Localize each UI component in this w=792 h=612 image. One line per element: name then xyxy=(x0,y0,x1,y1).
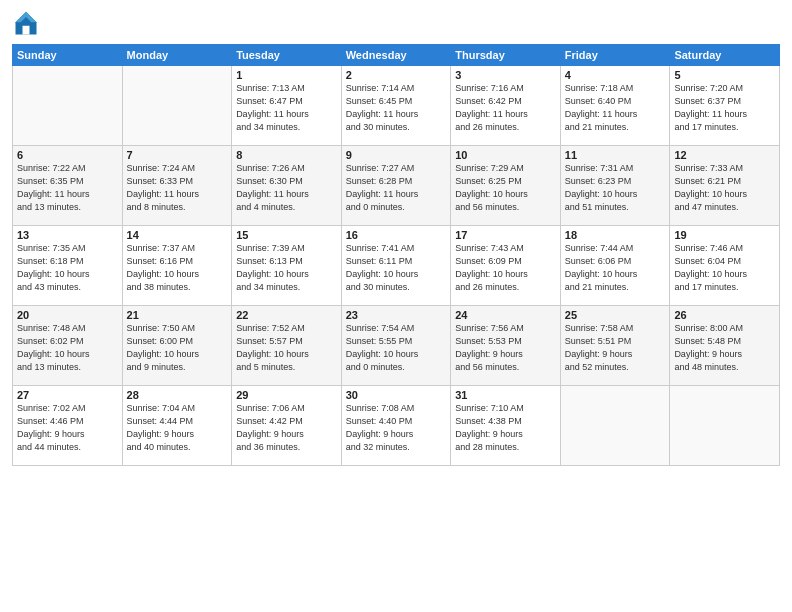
day-number: 4 xyxy=(565,69,666,81)
day-cell: 21Sunrise: 7:50 AM Sunset: 6:00 PM Dayli… xyxy=(122,306,232,386)
day-info: Sunrise: 7:58 AM Sunset: 5:51 PM Dayligh… xyxy=(565,322,666,374)
day-cell: 2Sunrise: 7:14 AM Sunset: 6:45 PM Daylig… xyxy=(341,66,451,146)
day-info: Sunrise: 7:56 AM Sunset: 5:53 PM Dayligh… xyxy=(455,322,556,374)
day-number: 7 xyxy=(127,149,228,161)
day-number: 10 xyxy=(455,149,556,161)
day-info: Sunrise: 7:52 AM Sunset: 5:57 PM Dayligh… xyxy=(236,322,337,374)
day-number: 5 xyxy=(674,69,775,81)
page-container: SundayMondayTuesdayWednesdayThursdayFrid… xyxy=(0,0,792,474)
day-cell: 14Sunrise: 7:37 AM Sunset: 6:16 PM Dayli… xyxy=(122,226,232,306)
day-cell xyxy=(670,386,780,466)
day-number: 11 xyxy=(565,149,666,161)
day-number: 22 xyxy=(236,309,337,321)
day-info: Sunrise: 7:02 AM Sunset: 4:46 PM Dayligh… xyxy=(17,402,118,454)
day-number: 2 xyxy=(346,69,447,81)
day-number: 14 xyxy=(127,229,228,241)
day-cell: 24Sunrise: 7:56 AM Sunset: 5:53 PM Dayli… xyxy=(451,306,561,386)
logo xyxy=(12,10,44,38)
day-info: Sunrise: 7:13 AM Sunset: 6:47 PM Dayligh… xyxy=(236,82,337,134)
day-info: Sunrise: 7:46 AM Sunset: 6:04 PM Dayligh… xyxy=(674,242,775,294)
header xyxy=(12,10,780,38)
day-cell xyxy=(122,66,232,146)
day-cell: 13Sunrise: 7:35 AM Sunset: 6:18 PM Dayli… xyxy=(13,226,123,306)
day-cell: 10Sunrise: 7:29 AM Sunset: 6:25 PM Dayli… xyxy=(451,146,561,226)
day-cell: 9Sunrise: 7:27 AM Sunset: 6:28 PM Daylig… xyxy=(341,146,451,226)
day-cell: 29Sunrise: 7:06 AM Sunset: 4:42 PM Dayli… xyxy=(232,386,342,466)
day-cell xyxy=(560,386,670,466)
week-row-3: 13Sunrise: 7:35 AM Sunset: 6:18 PM Dayli… xyxy=(13,226,780,306)
day-number: 15 xyxy=(236,229,337,241)
header-cell-saturday: Saturday xyxy=(670,45,780,66)
day-number: 23 xyxy=(346,309,447,321)
day-info: Sunrise: 7:22 AM Sunset: 6:35 PM Dayligh… xyxy=(17,162,118,214)
day-info: Sunrise: 7:54 AM Sunset: 5:55 PM Dayligh… xyxy=(346,322,447,374)
day-info: Sunrise: 7:29 AM Sunset: 6:25 PM Dayligh… xyxy=(455,162,556,214)
day-number: 21 xyxy=(127,309,228,321)
day-info: Sunrise: 7:50 AM Sunset: 6:00 PM Dayligh… xyxy=(127,322,228,374)
day-info: Sunrise: 7:27 AM Sunset: 6:28 PM Dayligh… xyxy=(346,162,447,214)
day-number: 6 xyxy=(17,149,118,161)
week-row-5: 27Sunrise: 7:02 AM Sunset: 4:46 PM Dayli… xyxy=(13,386,780,466)
day-cell: 7Sunrise: 7:24 AM Sunset: 6:33 PM Daylig… xyxy=(122,146,232,226)
header-cell-sunday: Sunday xyxy=(13,45,123,66)
day-info: Sunrise: 7:41 AM Sunset: 6:11 PM Dayligh… xyxy=(346,242,447,294)
day-info: Sunrise: 7:14 AM Sunset: 6:45 PM Dayligh… xyxy=(346,82,447,134)
day-info: Sunrise: 7:31 AM Sunset: 6:23 PM Dayligh… xyxy=(565,162,666,214)
day-info: Sunrise: 7:35 AM Sunset: 6:18 PM Dayligh… xyxy=(17,242,118,294)
day-info: Sunrise: 7:16 AM Sunset: 6:42 PM Dayligh… xyxy=(455,82,556,134)
day-cell: 12Sunrise: 7:33 AM Sunset: 6:21 PM Dayli… xyxy=(670,146,780,226)
day-cell: 1Sunrise: 7:13 AM Sunset: 6:47 PM Daylig… xyxy=(232,66,342,146)
day-cell: 23Sunrise: 7:54 AM Sunset: 5:55 PM Dayli… xyxy=(341,306,451,386)
day-info: Sunrise: 7:39 AM Sunset: 6:13 PM Dayligh… xyxy=(236,242,337,294)
day-cell: 28Sunrise: 7:04 AM Sunset: 4:44 PM Dayli… xyxy=(122,386,232,466)
week-row-2: 6Sunrise: 7:22 AM Sunset: 6:35 PM Daylig… xyxy=(13,146,780,226)
day-cell: 27Sunrise: 7:02 AM Sunset: 4:46 PM Dayli… xyxy=(13,386,123,466)
day-number: 12 xyxy=(674,149,775,161)
day-info: Sunrise: 7:33 AM Sunset: 6:21 PM Dayligh… xyxy=(674,162,775,214)
day-cell: 17Sunrise: 7:43 AM Sunset: 6:09 PM Dayli… xyxy=(451,226,561,306)
day-cell: 5Sunrise: 7:20 AM Sunset: 6:37 PM Daylig… xyxy=(670,66,780,146)
day-number: 1 xyxy=(236,69,337,81)
day-number: 18 xyxy=(565,229,666,241)
day-number: 8 xyxy=(236,149,337,161)
day-cell: 16Sunrise: 7:41 AM Sunset: 6:11 PM Dayli… xyxy=(341,226,451,306)
day-cell: 6Sunrise: 7:22 AM Sunset: 6:35 PM Daylig… xyxy=(13,146,123,226)
day-info: Sunrise: 7:48 AM Sunset: 6:02 PM Dayligh… xyxy=(17,322,118,374)
day-info: Sunrise: 7:08 AM Sunset: 4:40 PM Dayligh… xyxy=(346,402,447,454)
day-cell: 8Sunrise: 7:26 AM Sunset: 6:30 PM Daylig… xyxy=(232,146,342,226)
day-info: Sunrise: 7:04 AM Sunset: 4:44 PM Dayligh… xyxy=(127,402,228,454)
day-number: 19 xyxy=(674,229,775,241)
day-number: 27 xyxy=(17,389,118,401)
day-number: 25 xyxy=(565,309,666,321)
day-cell: 26Sunrise: 8:00 AM Sunset: 5:48 PM Dayli… xyxy=(670,306,780,386)
header-row: SundayMondayTuesdayWednesdayThursdayFrid… xyxy=(13,45,780,66)
day-cell: 19Sunrise: 7:46 AM Sunset: 6:04 PM Dayli… xyxy=(670,226,780,306)
day-number: 28 xyxy=(127,389,228,401)
day-cell: 3Sunrise: 7:16 AM Sunset: 6:42 PM Daylig… xyxy=(451,66,561,146)
calendar-table: SundayMondayTuesdayWednesdayThursdayFrid… xyxy=(12,44,780,466)
day-number: 29 xyxy=(236,389,337,401)
day-cell: 18Sunrise: 7:44 AM Sunset: 6:06 PM Dayli… xyxy=(560,226,670,306)
day-number: 3 xyxy=(455,69,556,81)
week-row-4: 20Sunrise: 7:48 AM Sunset: 6:02 PM Dayli… xyxy=(13,306,780,386)
day-number: 9 xyxy=(346,149,447,161)
day-info: Sunrise: 7:26 AM Sunset: 6:30 PM Dayligh… xyxy=(236,162,337,214)
day-info: Sunrise: 7:06 AM Sunset: 4:42 PM Dayligh… xyxy=(236,402,337,454)
day-info: Sunrise: 7:18 AM Sunset: 6:40 PM Dayligh… xyxy=(565,82,666,134)
day-info: Sunrise: 7:37 AM Sunset: 6:16 PM Dayligh… xyxy=(127,242,228,294)
day-cell: 11Sunrise: 7:31 AM Sunset: 6:23 PM Dayli… xyxy=(560,146,670,226)
day-cell: 4Sunrise: 7:18 AM Sunset: 6:40 PM Daylig… xyxy=(560,66,670,146)
logo-icon xyxy=(12,10,40,38)
day-info: Sunrise: 7:44 AM Sunset: 6:06 PM Dayligh… xyxy=(565,242,666,294)
day-cell: 22Sunrise: 7:52 AM Sunset: 5:57 PM Dayli… xyxy=(232,306,342,386)
day-cell: 20Sunrise: 7:48 AM Sunset: 6:02 PM Dayli… xyxy=(13,306,123,386)
day-cell: 30Sunrise: 7:08 AM Sunset: 4:40 PM Dayli… xyxy=(341,386,451,466)
day-number: 26 xyxy=(674,309,775,321)
day-cell: 15Sunrise: 7:39 AM Sunset: 6:13 PM Dayli… xyxy=(232,226,342,306)
header-cell-thursday: Thursday xyxy=(451,45,561,66)
day-number: 20 xyxy=(17,309,118,321)
day-cell: 25Sunrise: 7:58 AM Sunset: 5:51 PM Dayli… xyxy=(560,306,670,386)
day-cell xyxy=(13,66,123,146)
day-info: Sunrise: 7:24 AM Sunset: 6:33 PM Dayligh… xyxy=(127,162,228,214)
svg-rect-2 xyxy=(23,26,30,35)
